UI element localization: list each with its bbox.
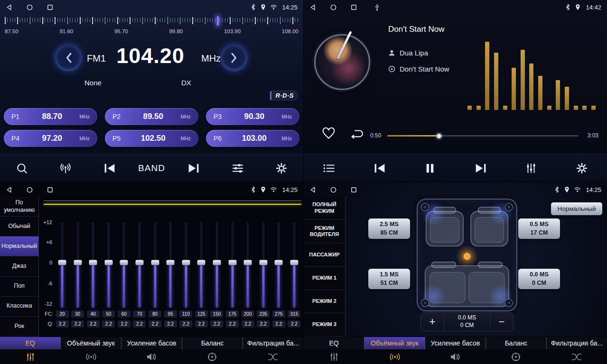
nav-home-icon[interactable] [26, 186, 33, 193]
preset-p6[interactable]: P6 103.00 MHz [206, 130, 299, 147]
eq-band-slider[interactable] [225, 222, 240, 308]
mixer-button[interactable] [516, 158, 546, 179]
eq-slider-knob[interactable] [89, 260, 97, 265]
eq-band-slider[interactable] [179, 222, 193, 308]
eq-slider-knob[interactable] [290, 260, 298, 265]
eq-band-slider[interactable] [55, 222, 69, 308]
nav-recents-icon[interactable] [350, 4, 357, 11]
tab-eq-icon-button[interactable] [0, 349, 61, 364]
preset-p1[interactable]: P1 88.70 MHz [4, 108, 97, 125]
eq-preset-custom[interactable]: Обычай [0, 217, 38, 237]
eq-slider-knob[interactable] [244, 260, 252, 265]
tab-eq[interactable]: EQ [304, 337, 364, 349]
delay-rear-left[interactable]: 1.5 MS 51 CM [368, 269, 410, 289]
nav-home-icon[interactable] [26, 4, 33, 11]
mode-full[interactable]: ПОЛНЫЙ РЕЖИМ [304, 197, 345, 220]
eq-band-slider[interactable] [287, 222, 301, 308]
eq-slider-knob[interactable] [182, 260, 190, 265]
nav-back-icon[interactable] [309, 4, 317, 11]
progress-bar[interactable] [387, 135, 579, 136]
repeat-button[interactable] [349, 129, 364, 139]
eq-slider-knob[interactable] [275, 260, 283, 265]
eq-band-slider[interactable] [71, 222, 85, 308]
seek-previous-button[interactable] [94, 158, 125, 179]
eq-slider-knob[interactable] [74, 260, 82, 265]
eq-slider-knob[interactable] [120, 260, 128, 265]
eq-slider-knob[interactable] [259, 260, 267, 265]
tune-up-button[interactable] [221, 45, 247, 71]
nav-home-icon[interactable] [330, 4, 337, 11]
eq-preset-normal[interactable]: Нормальный [0, 237, 38, 256]
eq-slider-knob[interactable] [197, 260, 205, 265]
nav-back-icon[interactable] [6, 186, 13, 193]
mode-passenger[interactable]: ПАССАЖИР [304, 243, 345, 266]
tab-eq-icon-button[interactable] [304, 349, 364, 364]
eq-preset-jazz[interactable]: Джаз [0, 256, 38, 276]
eq-slider-knob[interactable] [104, 260, 112, 265]
tab-bass-icon-button[interactable] [425, 349, 486, 364]
nav-back-icon[interactable] [6, 4, 13, 11]
eq-slider-knob[interactable] [167, 260, 175, 265]
tab-filter[interactable]: Фильтрация ба... [547, 337, 607, 349]
tab-filter[interactable]: Фильтрация ба... [243, 337, 303, 349]
eq-slider-knob[interactable] [151, 260, 159, 265]
settings-button[interactable] [266, 158, 297, 179]
tune-down-button[interactable] [55, 45, 82, 71]
nav-recents-icon[interactable] [350, 186, 357, 193]
eq-slider-knob[interactable] [58, 260, 66, 265]
eq-preset-pop[interactable]: Поп [0, 277, 38, 297]
mode-driver[interactable]: РЕЖИМ ВОДИТЕЛЯ [304, 220, 345, 243]
preset-p5[interactable]: P5 102.50 MHz [105, 130, 198, 147]
tab-bass-icon-button[interactable] [121, 349, 182, 364]
nav-back-icon[interactable] [309, 186, 317, 193]
tab-balance[interactable]: Баланс [182, 337, 243, 349]
eq-band-slider[interactable] [241, 222, 255, 308]
seek-next-button[interactable] [178, 158, 209, 179]
tab-balance-icon-button[interactable] [486, 349, 546, 364]
eq-preset-classic[interactable]: Классика [0, 297, 38, 317]
eq-band-slider[interactable] [86, 222, 100, 308]
eq-band-slider[interactable] [117, 222, 131, 308]
delay-increase-button[interactable]: + [421, 316, 444, 328]
settings-button[interactable] [567, 158, 597, 179]
surround-preset-button[interactable]: Нормальный [551, 202, 602, 215]
mode-2[interactable]: РЕЖИМ 2 [304, 290, 345, 313]
nav-home-icon[interactable] [330, 186, 337, 193]
preset-p4[interactable]: P4 97.20 MHz [4, 130, 97, 147]
band-button[interactable]: BAND [138, 158, 165, 179]
preset-p2[interactable]: P2 89.50 MHz [105, 108, 198, 125]
mode-3[interactable]: РЕЖИМ 3 [304, 313, 345, 337]
delay-decrease-button[interactable]: − [490, 316, 513, 328]
eq-shortcut-button[interactable] [223, 158, 253, 179]
eq-band-slider[interactable] [132, 222, 147, 308]
eq-band-slider[interactable] [148, 222, 162, 308]
eq-band-slider[interactable] [256, 222, 271, 308]
eq-band-slider[interactable] [102, 222, 116, 308]
eq-band-slider[interactable] [163, 222, 177, 308]
tab-eq[interactable]: EQ [0, 337, 61, 349]
eq-band-slider[interactable] [271, 222, 286, 308]
eq-slider-knob[interactable] [213, 260, 221, 265]
scan-button[interactable] [7, 158, 37, 179]
eq-preset-default[interactable]: По умолчанию [0, 197, 38, 217]
preset-p3[interactable]: P3 90.30 MHz [206, 108, 299, 125]
tab-balance-icon-button[interactable] [182, 349, 243, 364]
tab-bass-boost[interactable]: Усиление басов [121, 337, 182, 349]
previous-track-button[interactable] [364, 158, 395, 179]
broadcast-button[interactable] [50, 158, 81, 179]
frequency-ruler[interactable] [5, 17, 299, 26]
tab-filter-icon-button[interactable] [546, 349, 607, 364]
tab-filter-icon-button[interactable] [243, 349, 303, 364]
delay-front-left[interactable]: 2.5 MS 85 CM [368, 218, 410, 239]
tab-balance[interactable]: Баланс [486, 337, 547, 349]
mode-1[interactable]: РЕЖИМ 1 [304, 267, 345, 290]
playlist-button[interactable] [314, 158, 344, 179]
next-track-button[interactable] [466, 158, 496, 179]
delay-rear-right[interactable]: 0.0 MS 0 CM [518, 269, 560, 289]
tab-bass-boost[interactable]: Усиление басов [425, 337, 486, 349]
tab-surround-icon-button[interactable] [364, 349, 425, 364]
delay-front-right[interactable]: 0.5 MS 17 CM [518, 218, 560, 239]
eq-preset-rock[interactable]: Рок [0, 317, 38, 337]
favorite-button[interactable] [322, 127, 336, 139]
eq-slider-knob[interactable] [228, 260, 236, 265]
